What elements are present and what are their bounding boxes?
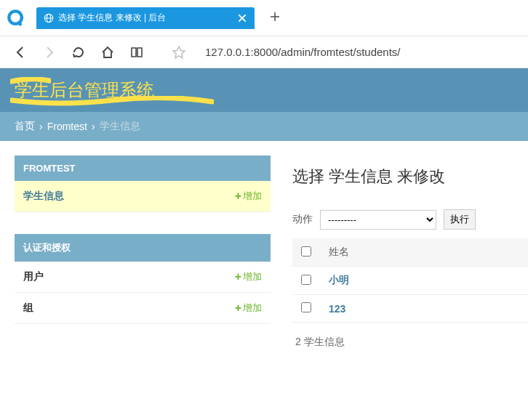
reader-button[interactable] — [129, 45, 144, 60]
row-link[interactable]: 123 — [329, 303, 345, 315]
table-row: 小明 — [292, 267, 528, 295]
add-link[interactable]: + 增加 — [235, 190, 262, 203]
model-label: 用户 — [23, 270, 44, 283]
model-row-students: 学生信息 + 增加 — [15, 181, 271, 212]
go-button[interactable]: 执行 — [444, 209, 476, 230]
home-button[interactable] — [100, 45, 115, 60]
row-checkbox[interactable] — [301, 302, 311, 312]
select-all-checkbox[interactable] — [301, 246, 311, 257]
favorite-button[interactable] — [172, 45, 186, 60]
reload-button[interactable] — [71, 45, 86, 60]
url-display[interactable]: 127.0.0.1:8000/admin/fromtest/students/ — [205, 46, 401, 58]
breadcrumb-app[interactable]: Fromtest — [47, 121, 87, 132]
add-link[interactable]: + 增加 — [235, 270, 262, 283]
new-tab-button[interactable] — [269, 9, 281, 26]
main-panel: 选择 学生信息 来修改 动作 --------- 执行 姓名 小明 — [292, 156, 528, 362]
model-row-groups: 组 + 增加 — [15, 293, 271, 324]
action-label: 动作 — [292, 213, 313, 226]
module-fromtest: FROMTEST 学生信息 + 增加 — [15, 156, 271, 212]
module-auth: 认证和授权 用户 + 增加 组 + 增加 — [15, 234, 271, 324]
actions-bar: 动作 --------- 执行 — [292, 209, 528, 230]
svg-marker-9 — [173, 47, 185, 58]
globe-icon — [44, 13, 54, 23]
model-row-users: 用户 + 增加 — [15, 262, 271, 293]
row-checkbox[interactable] — [301, 275, 311, 285]
add-link[interactable]: + 增加 — [235, 302, 262, 315]
browser-tab[interactable]: 选择 学生信息 来修改 | 后台 — [36, 7, 255, 29]
results-table: 姓名 小明 123 — [292, 238, 528, 323]
plus-icon: + — [235, 190, 241, 203]
close-icon[interactable] — [237, 13, 247, 23]
module-caption: 认证和授权 — [15, 234, 271, 262]
add-label: 增加 — [243, 270, 262, 283]
sidebar: FROMTEST 学生信息 + 增加 认证和授权 用户 + 增加 组 — [15, 156, 271, 362]
model-label: 组 — [23, 302, 33, 315]
breadcrumb-sep: › — [92, 121, 95, 132]
browser-tab-strip: 选择 学生信息 来修改 | 后台 — [0, 0, 528, 36]
browser-toolbar: 127.0.0.1:8000/admin/fromtest/students/ — [0, 36, 528, 68]
column-header-name[interactable]: 姓名 — [320, 238, 528, 267]
breadcrumb-sep: › — [39, 121, 43, 132]
action-select[interactable]: --------- — [320, 210, 436, 230]
table-row: 123 — [292, 295, 528, 323]
module-caption: FROMTEST — [15, 156, 271, 181]
page-heading: 选择 学生信息 来修改 — [292, 166, 528, 187]
site-title: 学生后台管理系统 — [15, 80, 154, 100]
result-count: 2 学生信息 — [292, 323, 528, 362]
model-link[interactable]: 学生信息 — [23, 190, 64, 203]
select-all-header — [292, 238, 320, 267]
plus-icon: + — [235, 270, 241, 283]
browser-logo — [6, 8, 26, 28]
site-header: 学生后台管理系统 — [0, 68, 528, 112]
forward-button[interactable] — [42, 45, 57, 60]
breadcrumb-home[interactable]: 首页 — [15, 120, 35, 133]
add-label: 增加 — [243, 190, 262, 203]
breadcrumb: 首页 › Fromtest › 学生信息 — [0, 112, 528, 141]
add-label: 增加 — [243, 302, 262, 315]
row-link[interactable]: 小明 — [329, 274, 349, 286]
back-button[interactable] — [13, 45, 28, 60]
tab-title: 选择 学生信息 来修改 | 后台 — [58, 12, 166, 24]
plus-icon: + — [235, 302, 241, 315]
breadcrumb-current: 学生信息 — [100, 120, 140, 133]
content-area: FROMTEST 学生信息 + 增加 认证和授权 用户 + 增加 组 — [0, 141, 528, 362]
